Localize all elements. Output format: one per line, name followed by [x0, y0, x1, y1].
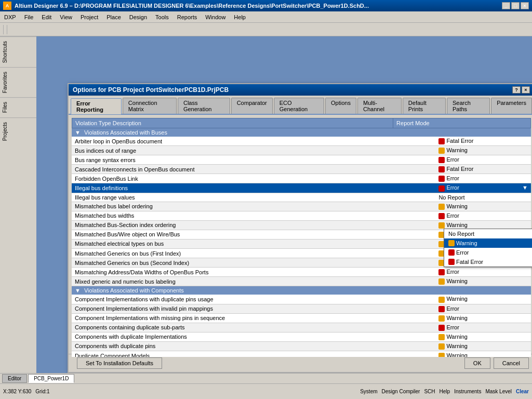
sidebar-tab-favorites[interactable]: Favorites	[0, 67, 36, 97]
clear-btn[interactable]: Clear	[516, 389, 529, 394]
dropdown-arrow-icon[interactable]: ▼	[522, 184, 528, 191]
dialog-tabs: Error Reporting Connection Matrix Class …	[69, 96, 532, 115]
menu-tools[interactable]: Tools	[151, 13, 173, 21]
table-row[interactable]: Component Implementations with duplicate…	[72, 295, 531, 304]
report-mode-cell[interactable]: Fatal Error	[435, 165, 531, 174]
bottom-tab-pcb[interactable]: PCB_Power1D	[28, 374, 74, 383]
table-row[interactable]: Illegal bus definitions Error▼	[72, 183, 531, 193]
status-bar: X:382 Y:630 Grid:1 System Design Compile…	[0, 383, 532, 399]
report-mode-cell[interactable]: Error	[435, 304, 531, 313]
tab-parameters[interactable]: Parameters	[491, 98, 532, 114]
table-row[interactable]: Duplicate Component Models Warning	[72, 351, 531, 357]
dropdown-warning[interactable]: Warning	[444, 238, 532, 248]
bottom-tab-editor[interactable]: Editor	[2, 374, 27, 383]
table-row[interactable]: Component Implementations with invalid p…	[72, 304, 531, 313]
status-icon	[438, 213, 445, 219]
table-row[interactable]: Arbiter loop in OpenBus document Fatal E…	[72, 137, 531, 146]
ok-button[interactable]: OK	[464, 357, 490, 369]
status-text: Error	[446, 305, 459, 312]
tab-connection-matrix[interactable]: Connection Matrix	[123, 98, 177, 114]
title-controls[interactable]: _ □ ×	[502, 2, 529, 9]
violation-name-cell: Components containing duplicate sub-part…	[72, 323, 435, 332]
close-button[interactable]: ×	[521, 2, 529, 9]
table-row[interactable]: Mismatched bus widths Error	[72, 211, 531, 220]
report-mode-cell[interactable]: Warning	[435, 202, 531, 211]
menu-design[interactable]: Design	[125, 13, 151, 21]
menu-help[interactable]: Help	[230, 13, 250, 21]
minimize-button[interactable]: _	[502, 2, 510, 9]
tab-multi-channel[interactable]: Multi-Channel	[357, 98, 402, 114]
status-icon	[438, 353, 445, 357]
dropdown-fatal-error[interactable]: Fatal Error	[444, 257, 532, 267]
sidebar-tab-projects[interactable]: Projects	[0, 117, 36, 145]
help-btn[interactable]: Help	[440, 389, 450, 394]
table-row[interactable]: Component Implementations with missing p…	[72, 313, 531, 323]
dialog-close-button[interactable]: ×	[522, 86, 530, 94]
violation-name-cell: Forbidden OpenBus Link	[72, 174, 435, 183]
menu-project[interactable]: Project	[76, 13, 102, 21]
report-mode-cell[interactable]: Fatal Error	[435, 137, 531, 146]
no-report-label: No Report	[448, 231, 474, 237]
tab-eco-generation[interactable]: ECO Generation	[274, 98, 324, 114]
table-row[interactable]: Mismatched bus label ordering Warning	[72, 202, 531, 211]
tab-class-generation[interactable]: Class Generation	[178, 98, 230, 114]
table-row[interactable]: Components with duplicate Implementation…	[72, 332, 531, 341]
cancel-button[interactable]: Cancel	[494, 357, 529, 369]
group-header: ▼ Violations Associated with Components	[72, 286, 531, 295]
report-mode-cell[interactable]: Error	[435, 323, 531, 332]
table-row[interactable]: Components with duplicate pins Warning	[72, 341, 531, 351]
report-mode-cell[interactable]: Warning	[435, 295, 531, 304]
mask-level-btn[interactable]: Mask Level	[485, 389, 512, 394]
menu-file[interactable]: File	[20, 13, 38, 21]
dialog-help-button[interactable]: ?	[512, 86, 521, 94]
group-collapse-icon[interactable]: ▼	[75, 129, 81, 136]
dialog-title-controls[interactable]: ? ×	[512, 86, 530, 94]
report-mode-cell[interactable]: Warning	[435, 313, 531, 323]
tab-search-paths[interactable]: Search Paths	[447, 98, 490, 114]
tab-error-reporting[interactable]: Error Reporting	[71, 98, 122, 114]
report-mode-cell[interactable]: Error	[435, 174, 531, 183]
dropdown-error[interactable]: Error	[444, 248, 532, 257]
design-compiler-btn[interactable]: Design Compiler	[382, 389, 420, 394]
maximize-button[interactable]: □	[511, 2, 520, 9]
menu-dxp[interactable]: DXP	[0, 13, 20, 21]
menu-edit[interactable]: Edit	[37, 13, 56, 21]
report-mode-cell[interactable]: Error	[435, 268, 531, 277]
sch-btn[interactable]: SCH	[424, 389, 435, 394]
report-mode-cell[interactable]: Warning	[435, 351, 531, 357]
table-row[interactable]: Components containing duplicate sub-part…	[72, 323, 531, 332]
report-mode-cell[interactable]: Error▼	[435, 183, 531, 193]
dialog-title-bar: Options for PCB Project PortSwitcherPCB1…	[69, 84, 532, 96]
tab-options[interactable]: Options	[325, 98, 356, 114]
table-row[interactable]: Cascaded Interconnects in OpenBus docume…	[72, 165, 531, 174]
status-icon	[438, 176, 445, 182]
tab-comparator[interactable]: Comparator	[231, 98, 273, 114]
menu-view[interactable]: View	[56, 13, 76, 21]
table-row[interactable]: Mixed generic and numeric bus labeling W…	[72, 277, 531, 286]
coords-display: X:382 Y:630	[3, 389, 31, 394]
table-row[interactable]: Bus range syntax errors Error	[72, 155, 531, 165]
report-mode-cell[interactable]: Error	[435, 155, 531, 165]
instruments-btn[interactable]: Instruments	[454, 389, 481, 394]
table-row[interactable]: Illegal bus range values No Report	[72, 193, 531, 202]
menu-window[interactable]: Window	[201, 13, 230, 21]
tab-default-prints[interactable]: Default Prints	[403, 98, 446, 114]
report-mode-cell[interactable]: Warning	[435, 277, 531, 286]
table-row[interactable]: Mismatching Address/Data Widths of OpenB…	[72, 268, 531, 277]
report-mode-cell[interactable]: Warning	[435, 341, 531, 351]
report-mode-cell[interactable]: Error	[435, 211, 531, 220]
report-mode-cell[interactable]: Warning	[435, 146, 531, 155]
report-mode-cell[interactable]: Warning	[435, 332, 531, 341]
sidebar-tab-files[interactable]: Files	[0, 97, 36, 117]
group-collapse-icon[interactable]: ▼	[75, 287, 81, 294]
dropdown-no-report[interactable]: No Report	[444, 229, 532, 238]
report-mode-cell[interactable]: No Report	[435, 193, 531, 202]
sidebar-tab-shortcuts[interactable]: Shortcuts	[0, 36, 36, 67]
system-btn[interactable]: System	[360, 389, 377, 394]
defaults-button[interactable]: Set To Installation Defaults	[77, 357, 162, 369]
table-row[interactable]: Forbidden OpenBus Link Error	[72, 174, 531, 183]
menu-reports[interactable]: Reports	[173, 13, 202, 21]
menu-place[interactable]: Place	[102, 13, 125, 21]
title-text: Altium Designer 6.9 – D:\PROGRAM FILES\A…	[15, 3, 369, 9]
table-row[interactable]: Bus indices out of range Warning	[72, 146, 531, 155]
